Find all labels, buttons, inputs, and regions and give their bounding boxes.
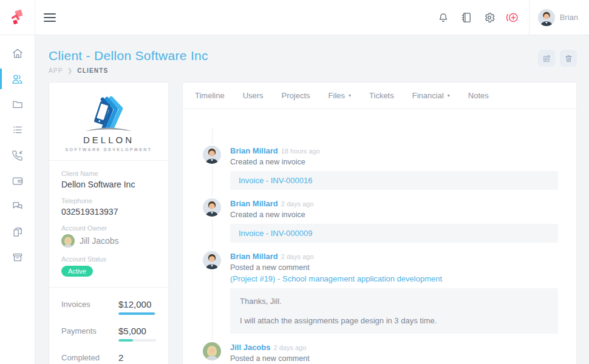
entry-project-link[interactable]: (Project #19) - School management applic… — [230, 274, 558, 283]
stat-invoices: Invoices $12,000 — [61, 299, 156, 315]
breadcrumb-clients[interactable]: CLIENTS — [77, 67, 108, 74]
stat-progress-fill — [118, 312, 155, 315]
entry-timestamp: 2 days ago — [281, 200, 314, 207]
entry-action-text: Posted a new comment — [230, 354, 558, 363]
folder-icon — [12, 98, 24, 110]
client-field-account-status: Account Status Active — [61, 255, 156, 277]
field-label: Account Owner — [61, 224, 156, 232]
notifications-bell-icon[interactable] — [432, 0, 455, 35]
field-value: Dellon Software Inc — [61, 180, 156, 189]
chevron-down-icon: ▾ — [448, 93, 450, 98]
stat-payments: Payments $5,000 — [61, 326, 156, 342]
entry-user-link[interactable]: Brian Millard — [230, 146, 278, 155]
client-details: Client Name Dellon Software Inc Telephon… — [49, 161, 168, 288]
breadcrumb-separator-icon: ❯ — [67, 67, 73, 74]
tab-tickets[interactable]: Tickets — [360, 91, 403, 100]
sidebar-item-messages[interactable] — [0, 194, 35, 219]
tab-users[interactable]: Users — [234, 91, 273, 100]
list-icon — [12, 124, 24, 136]
entry-invoice-link[interactable]: Invoice - INV-000009 — [230, 224, 558, 243]
sidebar-item-home[interactable] — [0, 41, 35, 66]
menu-icon[interactable] — [44, 13, 56, 22]
sidebar-item-calls[interactable] — [0, 143, 35, 168]
entry-action-text: Created a new invoice — [230, 211, 558, 219]
stat-completed-projects: Completed Projects 2 — [61, 352, 156, 364]
stat-value: $5,000 — [118, 326, 156, 336]
breadcrumb-app[interactable]: APP — [49, 67, 63, 74]
entry-user-link[interactable]: Brian Millard — [230, 252, 278, 261]
status-badge: Active — [61, 266, 93, 277]
timeline-entry: Brian Millard2 days ago Created a new in… — [203, 198, 558, 243]
app-window: Brian — [0, 0, 589, 364]
client-logo-name: DELLON — [83, 135, 134, 145]
entry-avatar — [203, 146, 221, 164]
quick-add-icon[interactable] — [501, 0, 524, 35]
contacts-book-icon[interactable] — [455, 0, 478, 35]
tab-label: Timeline — [195, 91, 225, 100]
sidebar-item-archive[interactable] — [0, 244, 35, 270]
page-header: Client - Dellon Software Inc APP ❯ CLIEN… — [49, 49, 577, 74]
entry-timestamp: 2 days ago — [281, 253, 314, 260]
avatar — [538, 9, 555, 26]
field-label: Client Name — [61, 170, 156, 177]
sidebar-item-tasks[interactable] — [0, 117, 35, 143]
settings-gear-icon[interactable] — [478, 0, 501, 35]
sidebar-item-clients[interactable] — [0, 66, 35, 92]
tab-financial[interactable]: Financial ▾ — [403, 91, 459, 100]
timeline-entry: Brian Millard18 hours ago Created a new … — [203, 146, 558, 190]
user-menu[interactable]: Brian — [529, 0, 589, 35]
entry-invoice-link[interactable]: Invoice - INV-000016 — [230, 171, 558, 190]
dellon-logo-icon — [81, 96, 137, 133]
account-owner-row: Jill Jacobs — [61, 234, 156, 248]
timeline-entry: Brian Millard2 days ago Posted a new com… — [203, 251, 558, 334]
delete-client-button[interactable] — [560, 50, 577, 67]
entry-timestamp: 2 days ago — [273, 344, 306, 351]
client-field-telephone: Telephone 032519313937 — [61, 197, 156, 217]
owner-avatar — [61, 234, 75, 248]
edit-client-button[interactable] — [538, 50, 555, 67]
edit-pencil-icon — [542, 54, 551, 63]
tab-files[interactable]: Files ▾ — [319, 91, 360, 100]
tab-label: Files — [329, 91, 345, 100]
app-logo[interactable] — [0, 0, 35, 35]
stat-progress-track — [118, 339, 156, 342]
entry-comment: Thanks, Jill.I will attach the assignmen… — [230, 288, 558, 334]
sidebar — [0, 35, 35, 364]
trash-icon — [564, 54, 573, 63]
home-icon — [12, 47, 24, 59]
tab-label: Tickets — [369, 91, 394, 100]
tab-timeline[interactable]: Timeline — [195, 91, 234, 100]
sidebar-item-projects[interactable] — [0, 92, 35, 117]
chevron-down-icon: ▾ — [349, 93, 351, 98]
sidebar-item-documents[interactable] — [0, 219, 35, 244]
main-content: Client - Dellon Software Inc APP ❯ CLIEN… — [35, 35, 589, 364]
entry-timestamp: 18 hours ago — [281, 147, 320, 155]
topbar: Brian — [0, 0, 589, 35]
phone-incoming-icon — [12, 149, 24, 161]
header-actions — [538, 50, 577, 67]
wallet-icon — [12, 175, 24, 187]
page-title: Client - Dellon Software Inc — [49, 49, 208, 63]
client-logo-tagline: SOFTWARE DEVELOPMENT — [66, 147, 152, 152]
client-logo: DELLON SOFTWARE DEVELOPMENT — [49, 83, 168, 161]
entry-user-link[interactable]: Jill Jacobs — [230, 343, 270, 352]
client-card: DELLON SOFTWARE DEVELOPMENT Client Name … — [49, 82, 169, 364]
stat-label: Payments — [61, 326, 118, 342]
topbar-user-name: Brian — [560, 13, 578, 22]
client-field-client-name: Client Name Dellon Software Inc — [61, 170, 156, 189]
entry-avatar — [203, 251, 221, 269]
tab-label: Projects — [282, 91, 310, 100]
timeline: Brian Millard18 hours ago Created a new … — [203, 109, 558, 364]
entry-avatar — [203, 342, 221, 360]
tab-notes[interactable]: Notes — [459, 91, 498, 100]
entry-user-link[interactable]: Brian Millard — [230, 199, 278, 208]
client-field-account-owner: Account Owner Jill Jacobs — [61, 224, 156, 248]
stat-label: Invoices — [61, 299, 118, 315]
stat-value: 2 — [118, 352, 156, 363]
sidebar-item-payments[interactable] — [0, 168, 35, 194]
timeline-entry: Jill Jacobs2 days ago Posted a new comme… — [203, 342, 558, 364]
tab-projects[interactable]: Projects — [273, 91, 319, 100]
tab-label: Notes — [468, 91, 489, 100]
stat-progress-fill — [118, 339, 133, 342]
field-label: Account Status — [61, 255, 156, 263]
